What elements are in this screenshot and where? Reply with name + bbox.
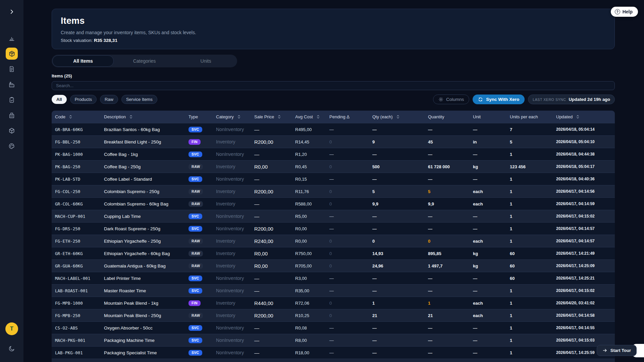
sort-icon: [576, 115, 580, 119]
table-row[interactable]: PK-BAG-1000 Coffee Bag - 1kg SVC NonInve…: [52, 148, 615, 160]
cell-pending-delta: —: [326, 152, 369, 157]
tab-units[interactable]: Units: [175, 55, 236, 67]
table-row[interactable]: Product1 Product1 RAW Inventory R0,00 R1…: [52, 359, 615, 362]
cell-category: NonInventory: [213, 288, 251, 293]
tab-all-items[interactable]: All Items: [52, 55, 114, 67]
column-header-updated[interactable]: Updated: [553, 114, 615, 119]
cell-quantity: —: [425, 152, 470, 157]
user-avatar[interactable]: T: [5, 322, 18, 335]
table-row[interactable]: GR-ETH-60KG Ethiopian Yirgacheffe - 60kg…: [52, 247, 615, 259]
sync-with-xero-label: Sync With Xero: [486, 97, 519, 102]
column-header-qty-each[interactable]: Qty (each): [369, 114, 425, 119]
main-content: Items Create and manage your inventory i…: [23, 0, 644, 362]
cell-units-per-each: 7: [506, 127, 553, 132]
cell-category: Inventory: [213, 139, 251, 144]
table-row[interactable]: GR-COL-60KG Colombian Supremo - 60kg Bag…: [52, 197, 615, 210]
table-row[interactable]: FG-BBL-250 Breakfast Blend Light - 250g …: [52, 135, 615, 148]
search-input[interactable]: [52, 81, 615, 90]
cell-units-per-each: 1: [506, 189, 553, 194]
dark-mode-toggle[interactable]: [6, 343, 18, 355]
type-badge: SVC: [189, 176, 202, 182]
type-badge: FIN: [189, 300, 201, 306]
type-badge: RAW: [189, 201, 203, 207]
table-row[interactable]: FG-COL-250 Colombian Supremo - 250g RAW …: [52, 185, 615, 197]
sidebar-item-tasks[interactable]: [6, 94, 18, 106]
columns-button[interactable]: Columns: [433, 95, 469, 104]
sidebar-item-company[interactable]: [6, 109, 18, 121]
column-header-avg-cost[interactable]: Avg Cost: [292, 114, 326, 119]
table-row[interactable]: PK-BAG-250 Coffee Bag - 250g RAW Invento…: [52, 160, 615, 173]
page-title: Items: [61, 16, 606, 26]
cell-description: Coffee Bag - 1kg: [101, 152, 185, 157]
cell-units-per-each: 1: [506, 301, 553, 306]
sidebar-expand-button[interactable]: [6, 7, 17, 17]
table-row[interactable]: MACH-PKG-001 Packaging Machine Time SVC …: [52, 334, 615, 346]
cell-avg-cost: R588,00: [292, 201, 326, 206]
table-row[interactable]: LAB-ROAST-001 Master Roaster Time SVC No…: [52, 284, 615, 297]
document-icon: [8, 66, 15, 72]
sync-with-xero-button[interactable]: Sync With Xero: [473, 95, 525, 104]
filter-chip-products[interactable]: Products: [70, 95, 97, 104]
cell-pending-delta: 0: [326, 201, 369, 206]
table-row[interactable]: FG-MPB-250 Mountain Peak Blend - 250g RA…: [52, 309, 615, 321]
filter-chip-raw[interactable]: Raw: [100, 95, 118, 104]
cell-quantity: 9,9: [425, 201, 470, 206]
column-header-label: Quantity: [428, 114, 444, 119]
cell-description: Packaging Machine Time: [101, 338, 185, 343]
cell-description: Guatemala Antigua - 60kg Bag: [101, 263, 185, 268]
sidebar-item-theme[interactable]: [6, 140, 18, 152]
cell-code: MACH-CUP-001: [52, 214, 101, 219]
cell-qty-each: —: [369, 338, 425, 343]
cell-type: FIN: [185, 139, 213, 145]
column-header-category[interactable]: Category: [213, 114, 251, 119]
table-row[interactable]: FG-ETH-250 Ethiopian Yirgacheffe - 250g …: [52, 235, 615, 247]
cell-pending-delta: 0: [326, 263, 369, 268]
type-badge: SVC: [189, 276, 202, 281]
cell-units-per-each: 60: [506, 251, 553, 256]
table-row[interactable]: GR-GUA-60KG Guatemala Antigua - 60kg Bag…: [52, 259, 615, 272]
type-badge: SVC: [189, 127, 202, 132]
cell-description: Packaging Specialist Time: [101, 350, 185, 355]
cell-category: NonInventory: [213, 152, 251, 157]
cell-qty-each: 9: [369, 139, 425, 144]
cell-unit: —: [470, 350, 506, 355]
table-row[interactable]: PK-LAB-STD Coffee Label - Standard SVC N…: [52, 173, 615, 185]
cell-quantity: 1: [425, 301, 470, 306]
cell-type: SVC: [185, 288, 213, 294]
cell-code: FG-ETH-250: [52, 239, 101, 244]
cell-description: Ethiopian Yirgacheffe - 250g: [101, 239, 185, 244]
column-header-label: Sale Price: [254, 114, 274, 119]
cell-type: RAW: [185, 189, 213, 194]
filter-chip-service-items[interactable]: Service Items: [121, 95, 157, 104]
sidebar-item-analytics[interactable]: [6, 32, 18, 44]
cell-qty-each: 24,96: [369, 263, 425, 268]
filter-chip-all[interactable]: All: [52, 95, 67, 104]
cell-unit: —: [470, 226, 506, 231]
cell-sale-price: —: [251, 350, 292, 356]
cell-pending-delta: —: [326, 276, 369, 281]
sidebar-item-stock[interactable]: [6, 125, 18, 137]
table-row[interactable]: FG-DRS-250 Dark Roast Supreme - 250g SVC…: [52, 222, 615, 235]
table-row[interactable]: CS-O2-ABS Oxygen Absorber - 50cc SVC Non…: [52, 321, 615, 334]
tab-categories[interactable]: Categories: [114, 55, 175, 67]
cell-updated: 2026/04/17, 14:21:49: [553, 251, 615, 256]
help-button[interactable]: ? Help: [611, 7, 638, 17]
sidebar-item-documents[interactable]: [6, 63, 18, 75]
cell-units-per-each: 123 456: [506, 164, 553, 169]
sidebar-item-items[interactable]: [6, 48, 18, 60]
table-row[interactable]: MACH-CUP-001 Cupping Lab Time SVC NonInv…: [52, 210, 615, 222]
table-row[interactable]: MACH-LABEL-001 Label Printer Time SVC No…: [52, 272, 615, 284]
sidebar-nav: [6, 32, 18, 152]
table-row[interactable]: GR-BRA-60KG Brazilian Santos - 60kg Bag …: [52, 123, 615, 135]
cell-unit: kg: [470, 263, 506, 268]
cell-sale-price: —: [251, 214, 292, 219]
sidebar-item-production[interactable]: [6, 78, 18, 90]
column-header-description[interactable]: Description: [101, 114, 185, 119]
table-row[interactable]: FG-MPB-1000 Mountain Peak Blend - 1kg FI…: [52, 297, 615, 309]
start-tour-button[interactable]: Start Tour: [597, 345, 637, 356]
cell-category: NonInventory: [213, 350, 251, 355]
column-header-sale-price[interactable]: Sale Price: [251, 114, 292, 119]
table-row[interactable]: LAB-PKG-001 Packaging Specialist Time SV…: [52, 346, 615, 359]
cell-description: Cupping Lab Time: [101, 214, 185, 219]
column-header-code[interactable]: Code: [52, 114, 101, 119]
